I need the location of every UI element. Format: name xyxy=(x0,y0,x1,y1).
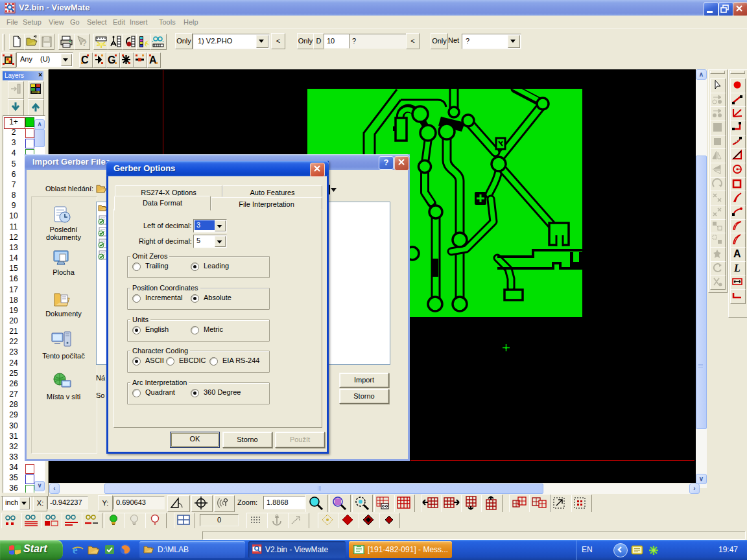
svg-text:A: A xyxy=(733,248,741,259)
svg-text:e: e xyxy=(73,544,78,556)
svg-text:?: ? xyxy=(82,38,87,48)
svg-text:G: G xyxy=(108,54,115,65)
svg-text:L: L xyxy=(733,262,741,274)
